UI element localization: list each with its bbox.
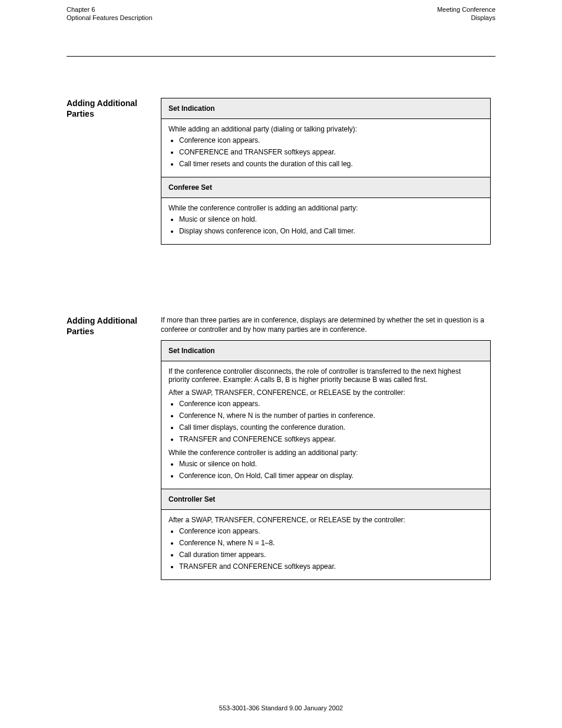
header-rule [67,56,495,57]
table-1-subhead: Conferee Set [161,177,491,198]
header-right-line1: Meeting Conference [437,6,495,13]
table-2-header: Set Indication [161,341,491,361]
table-1-header: Set Indication [161,98,491,119]
page: Chapter 6 Optional Features Description … [0,0,562,728]
header-right-line2: Displays [471,14,495,21]
table-1-row1: While adding an additional party (dialin… [161,119,491,177]
table-1-row2: While the conference controller is addin… [161,198,491,245]
table-2-row1: If the conference controller disconnects… [161,361,491,489]
page-number: 553-3001-306 Standard 9.00 January 2002 [0,704,562,711]
table-1: Set Indication While adding an additiona… [161,98,491,245]
table-2-row2: After a SWAP, TRANSFER, CONFERENCE, or R… [161,510,491,580]
header-left-line2: Optional Features Description [67,14,153,21]
table-2-subhead: Controller Set [161,489,491,510]
header-left-line1: Chapter 6 [67,6,95,13]
table-2: Set Indication If the conference control… [161,340,491,580]
section-label-2: Adding Additional Parties [67,315,155,337]
section-label-1: Adding Additional Parties [67,98,155,119]
section-2-intro: If more than three parties are in confer… [161,315,491,334]
